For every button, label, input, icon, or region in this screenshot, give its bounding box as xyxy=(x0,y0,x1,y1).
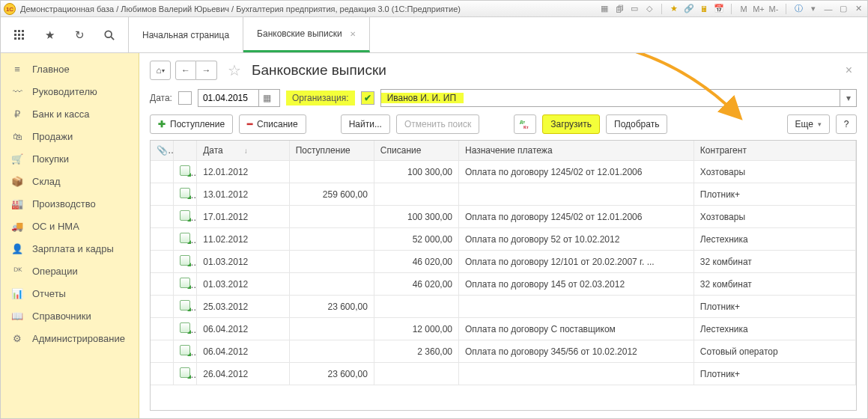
tab-bank-statements[interactable]: Банковские выписки✕ xyxy=(243,17,370,52)
find-button[interactable]: Найти... xyxy=(341,114,390,134)
titlebar-tool-icon[interactable]: 🗐 xyxy=(613,3,625,15)
sidebar-item-label: Отчеты xyxy=(32,288,66,299)
home-button[interactable]: ⌂▾ xyxy=(150,61,171,80)
cell-status xyxy=(174,296,197,318)
calendar-icon[interactable]: ▦ xyxy=(258,90,275,106)
dtkt-button[interactable]: ДтКт xyxy=(514,114,536,134)
sidebar-item-reports[interactable]: 📊Отчеты xyxy=(1,282,139,305)
apps-icon[interactable] xyxy=(8,24,31,46)
calendar-icon[interactable]: 📅 xyxy=(713,3,725,15)
cell-expense: 52 000,00 xyxy=(374,228,458,251)
search-icon[interactable] xyxy=(98,24,121,46)
table-row[interactable]: 01.03.201246 020,00Оплата по договору 14… xyxy=(151,273,856,296)
forward-button[interactable]: → xyxy=(196,61,217,80)
cell-purpose xyxy=(459,363,694,385)
factory-icon: 🏭 xyxy=(11,198,23,210)
link-icon[interactable]: 🔗 xyxy=(683,3,695,15)
sidebar-item-purchases[interactable]: 🛒Покупки xyxy=(1,147,139,170)
tab-home[interactable]: Начальная страница xyxy=(129,17,243,52)
m-minus-icon[interactable]: M- xyxy=(768,3,780,15)
cell-date: 13.01.2012 xyxy=(197,183,289,206)
cell-contragent: Лестехника xyxy=(694,318,855,340)
titlebar-print-icon[interactable]: ◇ xyxy=(643,3,655,15)
cell-status xyxy=(174,273,197,296)
help-button[interactable]: ? xyxy=(836,114,857,134)
calculator-icon[interactable]: 🖩 xyxy=(698,3,710,15)
pick-button[interactable]: Подобрать xyxy=(606,114,667,134)
table-row[interactable]: 25.03.201223 600,00Плотник+ xyxy=(151,296,856,318)
info-icon[interactable]: ⓘ xyxy=(792,3,804,15)
close-icon[interactable]: ✕ xyxy=(852,3,864,15)
sidebar-item-refs[interactable]: 📖Справочники xyxy=(1,305,139,327)
button-label: Еще xyxy=(795,119,813,129)
more-button[interactable]: Еще▾ xyxy=(787,114,830,134)
maximize-icon[interactable]: ▢ xyxy=(837,3,849,15)
col-expense[interactable]: Списание xyxy=(374,141,458,161)
page-close-icon[interactable]: × xyxy=(841,64,857,77)
table-row[interactable]: 17.01.2012100 300,00Оплата по договору 1… xyxy=(151,206,856,228)
tab-close-icon[interactable]: ✕ xyxy=(350,30,356,38)
income-button[interactable]: ✚Поступление xyxy=(150,114,233,134)
table-row[interactable]: 26.04.201223 600,00Плотник+ xyxy=(151,363,856,385)
cell-status xyxy=(174,340,197,363)
chevron-down-icon[interactable]: ▾ xyxy=(840,90,856,106)
cancel-find-button[interactable]: Отменить поиск xyxy=(396,114,479,134)
org-select[interactable]: Иванов И. И. ИП ▾ xyxy=(380,89,857,107)
app-logo-icon: 1C xyxy=(4,3,16,15)
m-icon[interactable]: M xyxy=(738,3,750,15)
cell-status xyxy=(174,228,197,251)
sidebar-item-manager[interactable]: 〰Руководителю xyxy=(1,80,139,103)
favorite-icon[interactable]: ☆ xyxy=(228,61,241,79)
date-filter-checkbox[interactable] xyxy=(178,91,192,105)
cell-expense: 100 300,00 xyxy=(374,161,458,183)
minimize-icon[interactable]: — xyxy=(822,3,834,15)
cell-purpose: Оплата по договору 145 от 02.03.2012 xyxy=(459,273,694,296)
cell-clip xyxy=(151,340,174,363)
sidebar-item-production[interactable]: 🏭Производство xyxy=(1,192,139,215)
sidebar-item-hr[interactable]: 👤Зарплата и кадры xyxy=(1,237,139,260)
date-field[interactable] xyxy=(198,93,258,103)
table-row[interactable]: 12.01.2012100 300,00Оплата по договору 1… xyxy=(151,161,856,183)
chevron-down-icon: ▾ xyxy=(818,120,822,128)
star-outline-icon[interactable]: ★ xyxy=(38,24,61,46)
col-income[interactable]: Поступление xyxy=(289,141,374,161)
table-header-row: 📎 Дата↓ Поступление Списание Назначение … xyxy=(151,141,856,161)
table-row[interactable]: 06.04.20122 360,00Оплата по договору 345… xyxy=(151,340,856,363)
plus-icon: ✚ xyxy=(158,119,166,129)
sidebar-item-bank[interactable]: ₽Банк и касса xyxy=(1,103,139,125)
cell-income xyxy=(289,206,374,228)
sidebar-item-sales[interactable]: 🛍Продажи xyxy=(1,125,139,147)
sidebar-item-warehouse[interactable]: 📦Склад xyxy=(1,170,139,192)
m-plus-icon[interactable]: M+ xyxy=(753,3,765,15)
date-input[interactable]: ▦ xyxy=(198,89,280,107)
button-label: Найти... xyxy=(349,119,382,129)
org-filter-checkbox[interactable] xyxy=(361,91,374,105)
table-row[interactable]: 01.03.201246 020,00Оплата по договору 12… xyxy=(151,251,856,273)
sidebar-item-operations[interactable]: ᴰᴷОперации xyxy=(1,260,139,282)
cell-clip xyxy=(151,161,174,183)
col-contragent[interactable]: Контрагент xyxy=(694,141,855,161)
sidebar-item-admin[interactable]: ⚙Администрирование xyxy=(1,327,139,349)
table-row[interactable]: 06.04.201212 000,00Оплата по договору С … xyxy=(151,318,856,340)
list-icon: ≡ xyxy=(11,63,23,75)
sidebar-item-assets[interactable]: 🚚ОС и НМА xyxy=(1,215,139,237)
load-button[interactable]: Загрузить xyxy=(542,114,600,134)
info-drop-icon[interactable]: ▾ xyxy=(807,3,819,15)
table-row[interactable]: 11.02.201252 000,00Оплата по договору 52… xyxy=(151,228,856,251)
col-purpose[interactable]: Назначение платежа xyxy=(459,141,694,161)
col-icon[interactable] xyxy=(174,141,197,161)
titlebar-tool-icon[interactable]: ▭ xyxy=(628,3,640,15)
star-icon[interactable]: ★ xyxy=(668,3,680,15)
svg-text:1C: 1C xyxy=(6,6,13,13)
col-date[interactable]: Дата↓ xyxy=(197,141,289,161)
table-wrapper[interactable]: 📎 Дата↓ Поступление Списание Назначение … xyxy=(150,140,857,411)
document-ok-icon xyxy=(180,188,190,198)
sidebar-item-main[interactable]: ≡Главное xyxy=(1,58,139,80)
col-clip[interactable]: 📎 xyxy=(151,141,174,161)
history-icon[interactable]: ↻ xyxy=(68,24,91,46)
table-row[interactable]: 13.01.2012259 600,00Плотник+ xyxy=(151,183,856,206)
back-button[interactable]: ← xyxy=(175,61,196,80)
expense-button[interactable]: ━Списание xyxy=(239,114,306,134)
titlebar-tool-icon[interactable]: ▦ xyxy=(598,3,610,15)
sidebar-item-label: Покупки xyxy=(32,153,69,165)
